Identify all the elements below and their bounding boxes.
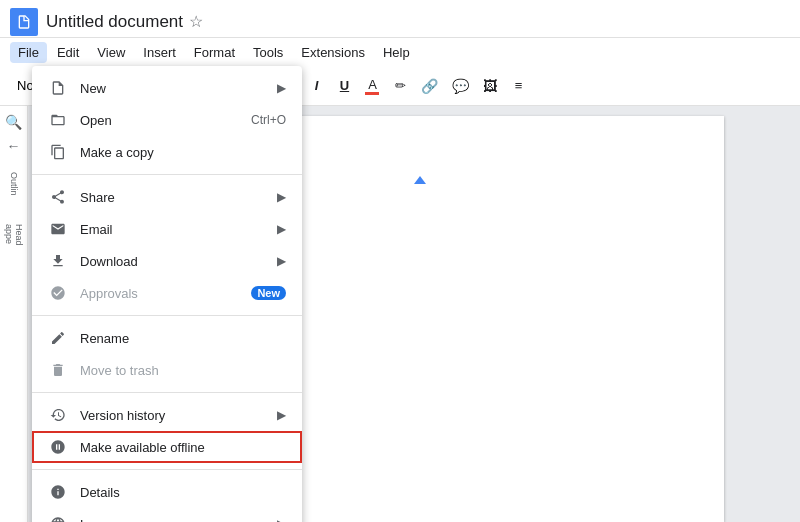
doc-title-area: Untitled document ☆ — [46, 12, 203, 32]
image-button[interactable]: 🖼 — [477, 72, 503, 100]
menu-tools[interactable]: Tools — [245, 42, 291, 63]
highlight-icon: ✏ — [395, 78, 406, 93]
menu-insert[interactable]: Insert — [135, 42, 184, 63]
share-icon — [48, 187, 68, 207]
menu-bar: File Edit View Insert Format Tools Exten… — [0, 38, 800, 66]
menu-file[interactable]: File — [10, 42, 47, 63]
image-icon: 🖼 — [483, 78, 497, 94]
menu-extensions[interactable]: Extensions — [293, 42, 373, 63]
back-sidebar-icon[interactable]: ← — [7, 138, 21, 154]
star-icon[interactable]: ☆ — [189, 12, 203, 31]
doc-icon — [10, 8, 38, 36]
menu-format[interactable]: Format — [186, 42, 243, 63]
download-icon — [48, 251, 68, 271]
title-bar: Untitled document ☆ — [0, 0, 800, 38]
divider-2 — [32, 315, 302, 316]
highlight-button[interactable]: ✏ — [387, 72, 413, 100]
menu-item-copy[interactable]: Make a copy — [32, 136, 302, 168]
menu-item-email[interactable]: Email ▶ — [32, 213, 302, 245]
details-label: Details — [80, 485, 286, 500]
underline-button[interactable]: U — [331, 72, 357, 100]
menu-item-open[interactable]: Open Ctrl+O — [32, 104, 302, 136]
approvals-label: Approvals — [80, 286, 251, 301]
menu-help[interactable]: Help — [375, 42, 418, 63]
align-button[interactable]: ≡ — [505, 72, 531, 100]
align-icon: ≡ — [515, 78, 523, 93]
menu-item-download[interactable]: Download ▶ — [32, 245, 302, 277]
language-label: Language — [80, 517, 277, 523]
approvals-badge: New — [251, 286, 286, 300]
color-underline — [365, 92, 379, 95]
comment-button[interactable]: 💬 — [446, 72, 475, 100]
menu-view[interactable]: View — [89, 42, 133, 63]
outline-label: Outlin — [9, 172, 19, 196]
email-icon — [48, 219, 68, 239]
menu-item-version[interactable]: Version history ▶ — [32, 399, 302, 431]
share-label: Share — [80, 190, 277, 205]
approvals-icon — [48, 283, 68, 303]
new-icon — [48, 78, 68, 98]
copy-icon — [48, 142, 68, 162]
sidebar: 🔍 ← Outlin Headappe — [0, 106, 28, 522]
rename-label: Rename — [80, 331, 286, 346]
email-label: Email — [80, 222, 277, 237]
ruler-triangle — [414, 176, 426, 184]
font-color-button[interactable]: A — [359, 72, 385, 100]
version-arrow: ▶ — [277, 408, 286, 422]
font-color-label: A — [368, 77, 377, 92]
open-shortcut: Ctrl+O — [251, 113, 286, 127]
doc-title[interactable]: Untitled document — [46, 12, 183, 32]
menu-item-share[interactable]: Share ▶ — [32, 181, 302, 213]
download-label: Download — [80, 254, 277, 269]
offline-label: Make available offline — [80, 440, 286, 455]
copy-label: Make a copy — [80, 145, 286, 160]
offline-icon — [48, 437, 68, 457]
ruler-marker — [414, 176, 800, 184]
open-icon — [48, 110, 68, 130]
trash-icon — [48, 360, 68, 380]
rename-icon — [48, 328, 68, 348]
menu-item-offline[interactable]: Make available offline — [32, 431, 302, 463]
email-arrow: ▶ — [277, 222, 286, 236]
heading-label: Headappe — [4, 224, 24, 246]
menu-item-trash[interactable]: Move to trash — [32, 354, 302, 386]
share-arrow: ▶ — [277, 190, 286, 204]
italic-button[interactable]: I — [303, 72, 329, 100]
menu-item-new[interactable]: New ▶ — [32, 72, 302, 104]
link-button[interactable]: 🔗 — [415, 72, 444, 100]
menu-edit[interactable]: Edit — [49, 42, 87, 63]
new-label: New — [80, 81, 277, 96]
menu-item-approvals[interactable]: Approvals New — [32, 277, 302, 309]
divider-4 — [32, 469, 302, 470]
version-label: Version history — [80, 408, 277, 423]
details-icon — [48, 482, 68, 502]
version-icon — [48, 405, 68, 425]
trash-label: Move to trash — [80, 363, 286, 378]
menu-item-rename[interactable]: Rename — [32, 322, 302, 354]
menu-item-language[interactable]: Language ▶ — [32, 508, 302, 522]
divider-1 — [32, 174, 302, 175]
divider-3 — [32, 392, 302, 393]
link-icon: 🔗 — [421, 78, 438, 94]
language-arrow: ▶ — [277, 517, 286, 522]
language-icon — [48, 514, 68, 522]
menu-item-details[interactable]: Details — [32, 476, 302, 508]
file-dropdown: New ▶ Open Ctrl+O Make a copy Share ▶ Em… — [32, 66, 302, 522]
comment-icon: 💬 — [452, 78, 469, 94]
download-arrow: ▶ — [277, 254, 286, 268]
search-sidebar-icon[interactable]: 🔍 — [5, 114, 22, 130]
open-label: Open — [80, 113, 251, 128]
new-arrow: ▶ — [277, 81, 286, 95]
